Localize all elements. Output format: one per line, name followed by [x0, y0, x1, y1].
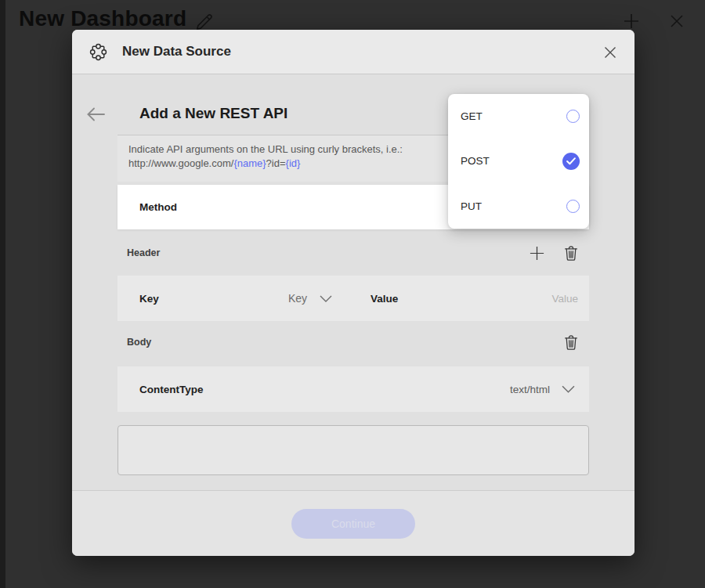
radio-icon[interactable]	[566, 200, 580, 213]
dialog-close-button[interactable]	[603, 45, 617, 60]
trash-icon	[564, 245, 578, 261]
chevron-down-icon	[320, 295, 332, 302]
key-label: Key	[139, 293, 159, 305]
radio-icon[interactable]	[562, 153, 580, 170]
method-option-put[interactable]: PUT	[448, 184, 589, 229]
dialog-title: New Data Source	[122, 44, 231, 60]
body-section-label: Body	[127, 337, 151, 348]
plus-icon	[529, 245, 545, 262]
window-left-edge	[0, 0, 5, 588]
x-icon	[667, 12, 686, 31]
key-type-select[interactable]: Key	[288, 292, 332, 305]
delete-header-button[interactable]	[564, 245, 578, 261]
method-dropdown: GET POST PUT	[448, 94, 589, 229]
header-section-label: Header	[127, 247, 160, 258]
widget-frame-icon	[88, 41, 109, 63]
delete-body-button[interactable]	[564, 334, 578, 350]
request-body-textarea[interactable]	[118, 425, 589, 475]
continue-button[interactable]: Continue	[291, 509, 415, 539]
method-option-get[interactable]: GET	[448, 94, 589, 139]
check-icon	[566, 157, 576, 165]
body-section: Body	[118, 326, 589, 359]
value-input[interactable]	[461, 293, 578, 305]
dialog-header: New Data Source	[72, 30, 634, 74]
key-type-value: Key	[288, 292, 307, 305]
plus-icon	[622, 12, 641, 31]
method-label: Method	[139, 201, 177, 213]
content-type-select[interactable]: text/html	[510, 384, 575, 395]
back-button[interactable]	[85, 106, 106, 123]
panel-heading: Add a New REST API	[139, 105, 287, 122]
page-title: New Dashboard	[19, 6, 186, 31]
content-type-row: ContentType text/html	[118, 366, 589, 412]
add-header-button[interactable]	[529, 245, 545, 262]
add-widget-button[interactable]	[622, 12, 641, 31]
header-section: Header	[118, 235, 589, 271]
arrow-left-icon	[85, 106, 106, 123]
chevron-down-icon	[562, 385, 575, 393]
x-icon	[603, 45, 617, 60]
radio-icon[interactable]	[566, 110, 580, 123]
trash-icon	[564, 334, 578, 350]
page-close-button[interactable]	[667, 12, 686, 31]
hint-name-token: {name}	[233, 157, 266, 169]
content-type-value: text/html	[510, 384, 550, 395]
method-option-post[interactable]: POST	[448, 139, 589, 183]
hint-id-token: {id}	[286, 157, 301, 169]
header-key-value-row: Key Key Value	[118, 276, 589, 321]
dialog-footer: Continue	[72, 490, 634, 556]
new-data-source-dialog: New Data Source Add a New REST API Indic…	[72, 30, 634, 556]
value-label: Value	[371, 293, 398, 305]
content-type-label: ContentType	[139, 384, 204, 395]
